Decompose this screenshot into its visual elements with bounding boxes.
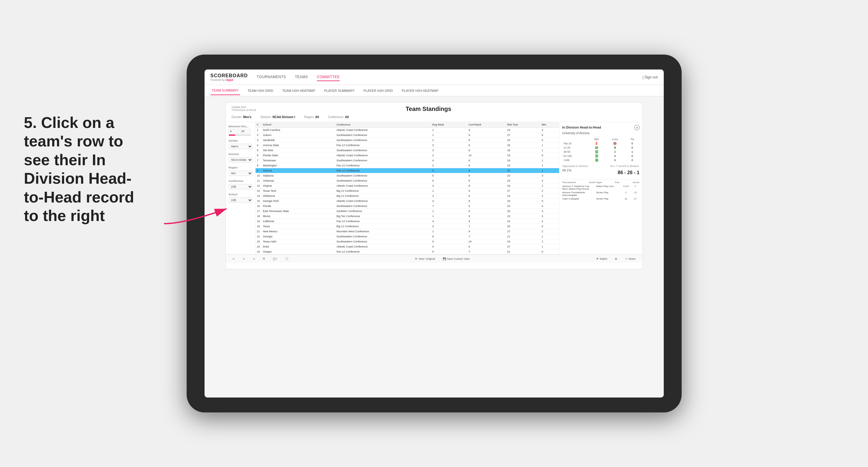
view-original-button[interactable]: 👁 View: Original <box>412 256 437 261</box>
min-rounds-min-input[interactable] <box>229 129 239 134</box>
tournament-name: Jackson T. Stephens Cup Men's Match-Play… <box>562 185 595 190</box>
table-row[interactable]: 11 Arkansas Southeastern Conference 6 8 … <box>255 178 559 183</box>
subnav-team-h2h-heatmap[interactable]: TEAM H2H HEATMAP <box>281 87 317 95</box>
grid-button[interactable]: ⊞ <box>613 256 620 261</box>
copy-button[interactable]: ⧉ <box>260 256 267 261</box>
min-rounds-max-input[interactable] <box>240 129 250 134</box>
cell-school: Texas <box>261 224 335 229</box>
instruction-text: 5. Click on a team's row to see their In… <box>24 113 137 225</box>
table-row[interactable]: 22 Georgia Southeastern Conference 8 7 2… <box>255 234 559 239</box>
nav-teams[interactable]: TEAMS <box>295 73 308 81</box>
table-row[interactable]: 16 Florida Southeastern Conference 7 9 2… <box>255 204 559 209</box>
cell-win: 4 <box>540 209 559 214</box>
table-row[interactable]: 4 Arizona State Pac-12 Conference 3 6 26… <box>255 143 559 148</box>
cell-conference: Southeastern Conference <box>335 178 431 183</box>
h2h-win: 20 <box>588 154 605 158</box>
cell-reg-rank: 1 <box>431 188 467 193</box>
h2h-win: 11 <box>588 146 605 150</box>
h2h-col-tie: Tie <box>625 137 640 142</box>
cell-win: 0 <box>540 224 559 229</box>
cell-conf-rank: 9 <box>467 209 506 214</box>
table-row[interactable]: 10 Alabama Southeastern Conference 5 8 2… <box>255 173 559 178</box>
clock-button[interactable]: 🕐 <box>283 256 291 261</box>
cell-school: Illinois <box>261 214 335 219</box>
filters-sidebar: Minimum Rou... Gender <box>226 122 255 254</box>
table-row[interactable]: 2 Auburn Southeastern Conference 1 9 27 … <box>255 133 559 138</box>
table-row[interactable]: 17 East Tennessee State Southern Confere… <box>255 209 559 214</box>
save-custom-button[interactable]: 💾 Save Custom View <box>440 256 472 261</box>
nav-committee[interactable]: COMMITTEE <box>317 73 340 81</box>
cell-num: 16 <box>255 204 261 209</box>
cell-reg-rank: 3 <box>431 193 467 198</box>
conference-filter-label: Conference <box>229 180 252 183</box>
redo-button[interactable]: ↪ <box>250 256 258 261</box>
cell-num: 14 <box>255 193 261 198</box>
table-row[interactable]: 15 Georgia Tech Atlantic Coast Conferenc… <box>255 198 559 204</box>
cell-conference: Southeastern Conference <box>335 138 431 143</box>
cell-conference: Southern Conference <box>335 209 431 214</box>
gender-filter-select[interactable]: Men's <box>229 144 253 149</box>
table-row[interactable]: 18 Illinois Big Ten Conference 1 9 23 3 <box>255 214 559 219</box>
school-filter-label: School <box>229 193 252 196</box>
watch-button[interactable]: 👁 Watch <box>594 256 610 261</box>
table-row[interactable]: 13 Texas Tech Big 12 Conference 1 9 27 2 <box>255 188 559 193</box>
subnav-player-h2h-heatmap[interactable]: PLAYER H2H HEATMAP <box>400 87 440 95</box>
table-row[interactable]: 6 Florida State Atlantic Coast Conferenc… <box>255 153 559 158</box>
nav-items: TOURNAMENTS TEAMS COMMITTEE <box>257 73 643 81</box>
cell-num: 13 <box>255 188 261 193</box>
table-row[interactable]: 19 California Pac-12 Conference 4 8 24 2 <box>255 219 559 224</box>
table-row[interactable]: 3 Vanderbilt Southeastern Conference 2 8… <box>255 138 559 143</box>
paste-button[interactable]: 📋+ <box>270 256 280 261</box>
min-rounds-slider[interactable] <box>229 134 251 136</box>
table-row[interactable]: 5 Ole Miss Southeastern Conference 3 6 1… <box>255 148 559 153</box>
cell-win: 1 <box>540 143 559 148</box>
share-button[interactable]: ↗ Share <box>623 256 638 261</box>
school-filter-select[interactable]: (All) <box>229 197 253 203</box>
subnav-team-h2h-grid[interactable]: TEAM H2H GRID <box>246 87 275 95</box>
table-row[interactable]: 12 Virginia Atlantic Coast Conference 3 … <box>255 183 559 188</box>
division-filter-select[interactable]: NCAA Division I <box>229 157 253 162</box>
tournament-pos: 1 <box>622 191 630 194</box>
nav-tournaments[interactable]: TOURNAMENTS <box>257 73 286 81</box>
cell-school: Auburn <box>261 133 335 138</box>
table-row[interactable]: 20 Texas Big 12 Conference 3 7 20 0 <box>255 224 559 229</box>
table-row[interactable]: 9 Arizona Pac-12 Conference 5 8 20 1 <box>255 168 559 173</box>
h2h-range: Top 10 <box>562 142 588 146</box>
cell-rds: 24 <box>506 239 540 244</box>
table-row[interactable]: 7 Tennessee Southeastern Conference 4 6 … <box>255 158 559 163</box>
cell-win: 4 <box>540 204 559 209</box>
cell-school: Duke <box>261 244 335 249</box>
table-row[interactable]: 24 Duke Atlantic Coast Conference 5 9 27… <box>255 244 559 249</box>
col-num: # <box>255 122 261 128</box>
division-filter: Division NCAA Division I <box>229 153 252 162</box>
cell-num: 20 <box>255 224 261 229</box>
table-row[interactable]: 23 Texas A&M Southeastern Conference 9 1… <box>255 239 559 244</box>
table-row[interactable]: 1 North Carolina Atlantic Coast Conferen… <box>255 128 559 133</box>
subnav-player-h2h-grid[interactable]: PLAYER H2H GRID <box>362 87 394 95</box>
conference-filter-select[interactable]: (All) <box>229 184 253 189</box>
table-row[interactable]: 14 Oklahoma Big 12 Conference 3 9 24 2 <box>255 193 559 198</box>
opponents-label: Opponents in division: <box>562 165 589 167</box>
h2h-range: >100 <box>562 158 588 162</box>
table-row[interactable]: 21 New Mexico Mountain West Conference 1… <box>255 229 559 234</box>
cell-win: 2 <box>540 229 559 234</box>
cell-rds: 24 <box>506 183 540 188</box>
cell-school: Virginia <box>261 183 335 188</box>
subnav-team-summary[interactable]: TEAM SUMMARY <box>211 86 240 95</box>
h2h-close-button[interactable]: ✕ <box>634 125 640 130</box>
opponents-section: Opponents in division: W-L-T record in-d… <box>562 165 640 177</box>
cell-win: 1 <box>540 239 559 244</box>
table-row[interactable]: 25 Oregon Pac-12 Conference 5 7 21 0 <box>255 249 559 254</box>
cell-conference: Atlantic Coast Conference <box>335 244 431 249</box>
undo2-button[interactable]: ↩ <box>240 256 247 261</box>
cell-rds: 23 <box>506 138 540 143</box>
table-row[interactable]: 8 Washington Pac-12 Conference 2 8 23 1 <box>255 163 559 168</box>
cell-win: 1 <box>540 234 559 239</box>
undo-button[interactable]: ↩ <box>230 256 237 261</box>
cell-conference: Big 12 Conference <box>335 193 431 198</box>
sign-out-button[interactable]: | Sign out <box>643 75 658 79</box>
cell-rds: 27 <box>506 133 540 138</box>
subnav-player-summary[interactable]: PLAYER SUMMARY <box>322 87 356 95</box>
region-filter-select[interactable]: N/A <box>229 170 253 176</box>
gender-filter-label: Gender <box>229 139 252 142</box>
